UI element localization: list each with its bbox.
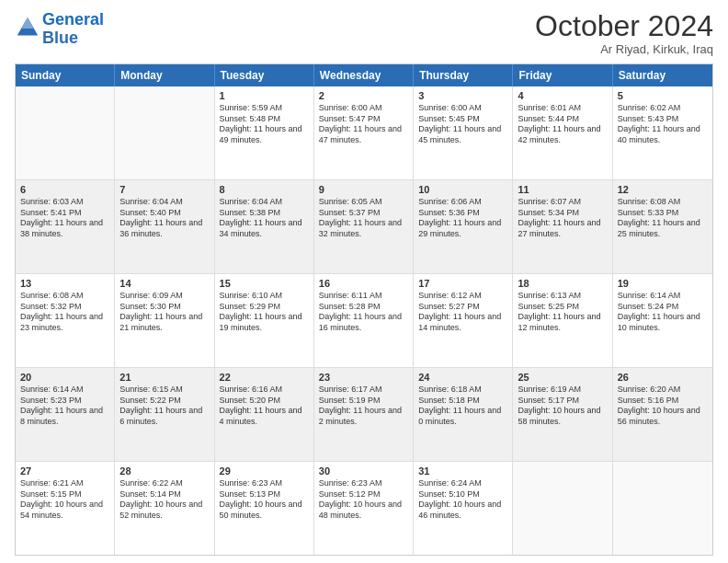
sunset-text: Sunset: 5:47 PM xyxy=(319,114,408,125)
daylight-text: Daylight: 11 hours and 29 minutes. xyxy=(418,218,507,239)
day-number: 1 xyxy=(220,90,309,101)
day-number: 6 xyxy=(20,184,109,195)
calendar-body: 1Sunrise: 5:59 AMSunset: 5:48 PMDaylight… xyxy=(16,86,712,555)
calendar-empty xyxy=(513,462,612,555)
calendar-day-21: 21Sunrise: 6:15 AMSunset: 5:22 PMDayligh… xyxy=(115,368,214,461)
daylight-text: Daylight: 11 hours and 10 minutes. xyxy=(618,312,708,333)
sunset-text: Sunset: 5:45 PM xyxy=(418,114,507,125)
daylight-text: Daylight: 11 hours and 4 minutes. xyxy=(220,406,309,427)
daylight-text: Daylight: 11 hours and 40 minutes. xyxy=(618,124,708,145)
day-number: 13 xyxy=(20,278,109,289)
calendar: SundayMondayTuesdayWednesdayThursdayFrid… xyxy=(15,63,713,556)
sunset-text: Sunset: 5:15 PM xyxy=(20,489,109,500)
daylight-text: Daylight: 11 hours and 42 minutes. xyxy=(518,124,607,145)
daylight-text: Daylight: 11 hours and 38 minutes. xyxy=(20,218,109,239)
calendar-day-25: 25Sunrise: 6:19 AMSunset: 5:17 PMDayligh… xyxy=(513,368,612,461)
daylight-text: Daylight: 11 hours and 45 minutes. xyxy=(418,124,507,145)
day-number: 10 xyxy=(418,184,507,195)
daylight-text: Daylight: 11 hours and 27 minutes. xyxy=(518,218,607,239)
sunrise-text: Sunrise: 6:11 AM xyxy=(319,291,408,302)
day-number: 7 xyxy=(119,184,209,195)
sunset-text: Sunset: 5:20 PM xyxy=(220,396,309,407)
calendar-week-1: 1Sunrise: 5:59 AMSunset: 5:48 PMDaylight… xyxy=(16,86,712,179)
sunrise-text: Sunrise: 6:22 AM xyxy=(119,478,209,489)
day-number: 19 xyxy=(618,278,708,289)
daylight-text: Daylight: 11 hours and 8 minutes. xyxy=(20,406,109,427)
calendar-day-28: 28Sunrise: 6:22 AMSunset: 5:14 PMDayligh… xyxy=(115,462,214,555)
sunset-text: Sunset: 5:12 PM xyxy=(319,489,408,500)
day-number: 15 xyxy=(220,278,309,289)
sunrise-text: Sunrise: 6:09 AM xyxy=(119,291,209,302)
calendar-day-24: 24Sunrise: 6:18 AMSunset: 5:18 PMDayligh… xyxy=(414,368,513,461)
calendar-day-1: 1Sunrise: 5:59 AMSunset: 5:48 PMDaylight… xyxy=(215,86,314,179)
day-number: 22 xyxy=(220,372,309,383)
calendar-day-18: 18Sunrise: 6:13 AMSunset: 5:25 PMDayligh… xyxy=(513,274,612,367)
day-number: 27 xyxy=(20,465,109,477)
calendar-day-13: 13Sunrise: 6:08 AMSunset: 5:32 PMDayligh… xyxy=(16,274,115,367)
calendar-day-26: 26Sunrise: 6:20 AMSunset: 5:16 PMDayligh… xyxy=(613,368,712,461)
sunrise-text: Sunrise: 6:04 AM xyxy=(119,197,209,208)
calendar-day-16: 16Sunrise: 6:11 AMSunset: 5:28 PMDayligh… xyxy=(314,274,414,367)
day-number: 14 xyxy=(119,278,209,289)
sunset-text: Sunset: 5:27 PM xyxy=(418,302,507,313)
sunrise-text: Sunrise: 6:00 AM xyxy=(418,103,507,114)
sunset-text: Sunset: 5:14 PM xyxy=(119,489,209,500)
calendar-empty xyxy=(613,462,712,555)
sunrise-text: Sunrise: 6:10 AM xyxy=(220,291,309,302)
calendar-week-4: 20Sunrise: 6:14 AMSunset: 5:23 PMDayligh… xyxy=(16,367,712,461)
daylight-text: Daylight: 11 hours and 32 minutes. xyxy=(319,218,408,239)
sunrise-text: Sunrise: 6:02 AM xyxy=(618,103,708,114)
sunset-text: Sunset: 5:18 PM xyxy=(418,396,507,407)
month-year: October 2024 xyxy=(535,11,713,40)
daylight-text: Daylight: 11 hours and 0 minutes. xyxy=(418,406,507,427)
daylight-text: Daylight: 10 hours and 48 minutes. xyxy=(319,500,408,521)
sunset-text: Sunset: 5:28 PM xyxy=(319,302,408,313)
calendar-empty xyxy=(16,86,115,179)
sunrise-text: Sunrise: 6:03 AM xyxy=(20,197,109,208)
calendar-day-14: 14Sunrise: 6:09 AMSunset: 5:30 PMDayligh… xyxy=(115,274,214,367)
logo: General Blue xyxy=(15,11,104,48)
sunrise-text: Sunrise: 6:07 AM xyxy=(518,197,607,208)
day-number: 11 xyxy=(518,184,607,195)
day-number: 9 xyxy=(319,184,408,195)
calendar-day-15: 15Sunrise: 6:10 AMSunset: 5:29 PMDayligh… xyxy=(215,274,314,367)
title-block: October 2024 Ar Riyad, Kirkuk, Iraq xyxy=(535,11,713,56)
logo-text: General Blue xyxy=(42,11,104,48)
sunrise-text: Sunrise: 6:05 AM xyxy=(319,197,408,208)
daylight-text: Daylight: 11 hours and 49 minutes. xyxy=(220,124,309,145)
sunrise-text: Sunrise: 6:04 AM xyxy=(220,197,309,208)
calendar-empty xyxy=(115,86,214,179)
sunset-text: Sunset: 5:23 PM xyxy=(20,396,109,407)
calendar-day-8: 8Sunrise: 6:04 AMSunset: 5:38 PMDaylight… xyxy=(215,180,314,273)
sunset-text: Sunset: 5:10 PM xyxy=(418,489,507,500)
day-number: 20 xyxy=(20,372,109,383)
calendar-day-20: 20Sunrise: 6:14 AMSunset: 5:23 PMDayligh… xyxy=(16,368,115,461)
calendar-day-19: 19Sunrise: 6:14 AMSunset: 5:24 PMDayligh… xyxy=(613,274,712,367)
sunset-text: Sunset: 5:41 PM xyxy=(20,208,109,219)
sunrise-text: Sunrise: 5:59 AM xyxy=(220,103,309,114)
day-number: 16 xyxy=(319,278,408,289)
day-number: 17 xyxy=(418,278,507,289)
daylight-text: Daylight: 11 hours and 12 minutes. xyxy=(518,312,607,333)
calendar-day-11: 11Sunrise: 6:07 AMSunset: 5:34 PMDayligh… xyxy=(513,180,612,273)
calendar-day-27: 27Sunrise: 6:21 AMSunset: 5:15 PMDayligh… xyxy=(16,462,115,555)
svg-marker-1 xyxy=(21,17,33,29)
day-number: 25 xyxy=(518,372,607,383)
header-day-thursday: Thursday xyxy=(414,64,513,86)
daylight-text: Daylight: 11 hours and 25 minutes. xyxy=(618,218,708,239)
logo-general: General xyxy=(42,10,104,29)
header-day-saturday: Saturday xyxy=(613,64,712,86)
day-number: 18 xyxy=(518,278,607,289)
calendar-day-4: 4Sunrise: 6:01 AMSunset: 5:44 PMDaylight… xyxy=(513,86,612,179)
calendar-day-23: 23Sunrise: 6:17 AMSunset: 5:19 PMDayligh… xyxy=(314,368,414,461)
sunrise-text: Sunrise: 6:14 AM xyxy=(618,291,708,302)
day-number: 30 xyxy=(319,465,408,477)
daylight-text: Daylight: 11 hours and 16 minutes. xyxy=(319,312,408,333)
sunset-text: Sunset: 5:44 PM xyxy=(518,114,607,125)
daylight-text: Daylight: 11 hours and 21 minutes. xyxy=(119,312,209,333)
calendar-day-10: 10Sunrise: 6:06 AMSunset: 5:36 PMDayligh… xyxy=(414,180,513,273)
sunset-text: Sunset: 5:36 PM xyxy=(418,208,507,219)
daylight-text: Daylight: 11 hours and 14 minutes. xyxy=(418,312,507,333)
sunset-text: Sunset: 5:19 PM xyxy=(319,396,408,407)
sunset-text: Sunset: 5:25 PM xyxy=(518,302,607,313)
